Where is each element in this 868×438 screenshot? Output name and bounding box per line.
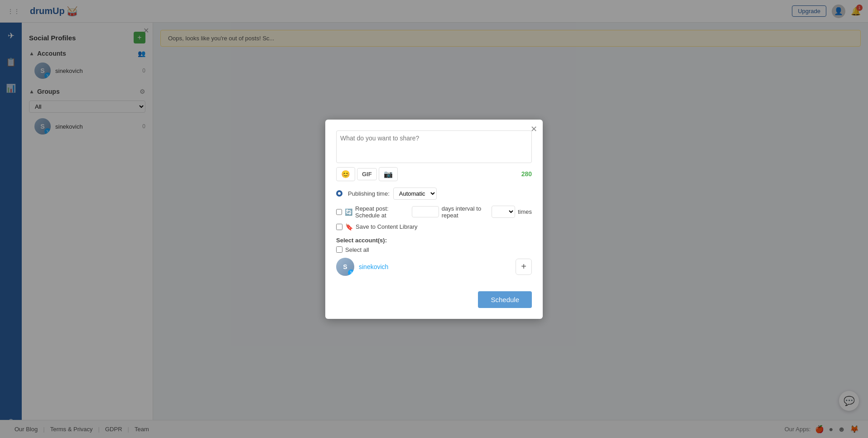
compose-modal: ✕ 😊 GIF 📷 280 Publishing time: Automatic bbox=[325, 120, 543, 319]
repeat-days-input[interactable] bbox=[412, 206, 439, 217]
publishing-time-label: Publishing time: bbox=[348, 190, 390, 197]
modal-account-row: S 𝕏 sinekovich + bbox=[336, 258, 532, 276]
modal-account-avatar: S 𝕏 bbox=[336, 258, 354, 276]
repeat-label: Repeat post: Schedule at bbox=[355, 205, 409, 219]
modal-toolbar: 😊 GIF 📷 280 bbox=[336, 167, 532, 181]
select-all-row: Select all bbox=[336, 246, 532, 253]
modal-overlay: ✕ 😊 GIF 📷 280 Publishing time: Automatic bbox=[0, 0, 868, 438]
character-count: 280 bbox=[521, 170, 532, 178]
times-label: times bbox=[518, 208, 532, 215]
bookmark-icon: 🔖 bbox=[345, 223, 353, 231]
image-upload-button[interactable]: 📷 bbox=[379, 167, 398, 181]
repeat-post-row: 🔄 Repeat post: Schedule at days interval… bbox=[336, 205, 532, 219]
modal-account-name: sinekovich bbox=[359, 263, 511, 270]
save-library-row: 🔖 Save to Content Library bbox=[336, 223, 532, 231]
modal-footer: Schedule bbox=[336, 283, 532, 308]
save-library-checkbox[interactable] bbox=[336, 224, 342, 230]
select-all-checkbox[interactable] bbox=[336, 246, 342, 253]
save-library-label: Save to Content Library bbox=[356, 223, 418, 230]
repeat-icon: 🔄 bbox=[345, 208, 352, 216]
publishing-radio-icon bbox=[336, 190, 342, 197]
repeat-post-checkbox[interactable] bbox=[336, 209, 342, 215]
publishing-time-row: Publishing time: Automatic bbox=[336, 188, 532, 200]
repeat-times-select[interactable]: 1 2 3 bbox=[492, 206, 515, 218]
schedule-button[interactable]: Schedule bbox=[478, 291, 532, 308]
select-all-label: Select all bbox=[345, 246, 369, 253]
gif-picker-button[interactable]: GIF bbox=[357, 168, 377, 180]
repeat-days-label: days interval to repeat bbox=[442, 205, 489, 219]
emoji-picker-button[interactable]: 😊 bbox=[336, 167, 355, 181]
modal-close-button[interactable]: ✕ bbox=[530, 124, 537, 134]
select-accounts-label: Select account(s): bbox=[336, 237, 532, 244]
add-to-account-button[interactable]: + bbox=[516, 259, 532, 275]
post-text-input[interactable] bbox=[336, 130, 532, 163]
publishing-time-select[interactable]: Automatic bbox=[393, 188, 437, 200]
modal-twitter-badge: 𝕏 bbox=[348, 270, 354, 276]
